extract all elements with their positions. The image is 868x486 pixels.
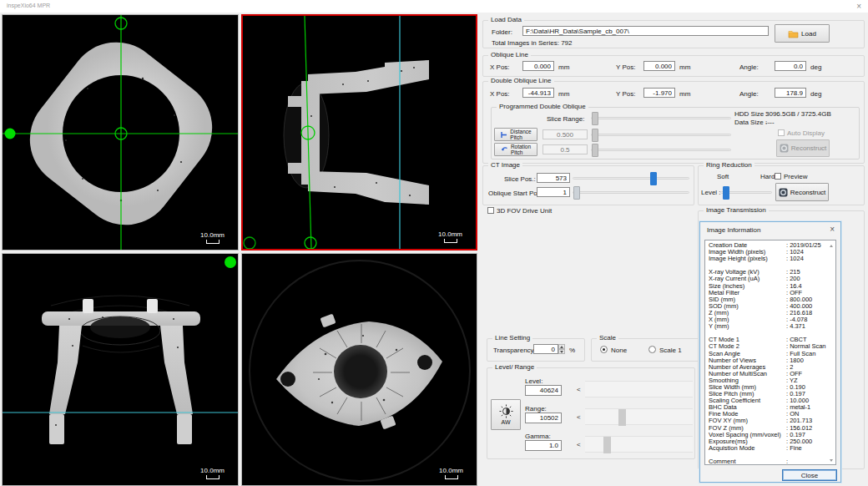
rotation-pitch-button[interactable]: Rotation Pitch — [494, 143, 537, 156]
rotation-pitch-input[interactable] — [542, 144, 588, 154]
ring-reduction-group: Ring Reduction Soft Hard Preview Level :… — [698, 165, 865, 205]
reconstruct-button[interactable]: Reconstruct — [775, 183, 829, 201]
oblique-x-input[interactable] — [522, 61, 554, 71]
specimen-center-lens — [90, 316, 150, 338]
scale-none-radio[interactable] — [600, 346, 608, 353]
scrollbar-down-icon[interactable] — [828, 457, 835, 463]
hdd-size-value: 3096.5GB / 3725.4GB — [765, 110, 831, 118]
transparency-label: Transparency : — [493, 347, 537, 354]
axial-ct-image — [3, 15, 238, 250]
auto-display-label: Auto Display — [787, 129, 825, 137]
level-slider[interactable] — [585, 381, 693, 397]
ring-level-slider-thumb[interactable] — [723, 186, 729, 200]
oblique-start-input[interactable] — [537, 187, 570, 197]
scale-none-label: None — [611, 347, 627, 354]
dialog-close-icon[interactable]: × — [830, 225, 835, 234]
oblique-y-input[interactable] — [643, 61, 675, 71]
window-titlebar: inspeXio64 MPR × — [0, 0, 868, 13]
level-input[interactable] — [525, 385, 562, 396]
distance-pitch-line1: Distance — [510, 129, 531, 134]
slice-range-slider-thumb[interactable] — [592, 112, 598, 125]
gamma-input[interactable] — [525, 440, 562, 451]
viewport-oblique-slice[interactable]: 10.0mm — [241, 253, 477, 486]
level-decrease-arrow[interactable]: < — [577, 386, 581, 393]
programmed-title: Programmed Double Oblique — [497, 103, 588, 110]
scale-indicator: 10.0mm — [438, 230, 462, 243]
dialog-close-button[interactable]: Close — [782, 469, 837, 481]
window-close-icon[interactable]: × — [856, 1, 861, 12]
auto-window-button[interactable]: AW — [491, 399, 521, 430]
distance-pitch-slider-thumb[interactable] — [592, 129, 598, 142]
rotation-pitch-slider-thumb[interactable] — [592, 144, 598, 157]
axis-green-dot[interactable] — [5, 129, 16, 139]
auto-display-checkbox[interactable] — [778, 129, 785, 136]
load-button[interactable]: Load — [775, 24, 830, 43]
gamma-slider-thumb[interactable] — [603, 437, 611, 453]
distance-pitch-slider[interactable] — [591, 134, 731, 136]
rotation-pitch-slider[interactable] — [591, 149, 731, 151]
scale-label: 10.0mm — [439, 467, 463, 474]
distance-pitch-line2: Pitch — [510, 134, 522, 140]
scale-1-label: Scale 1 — [659, 347, 682, 354]
info-row: Y (mm): 4.371 — [709, 323, 835, 330]
range-slider[interactable] — [585, 408, 693, 425]
oblique-start-slider-thumb[interactable] — [573, 186, 580, 200]
spinner-down-icon[interactable] — [558, 349, 565, 354]
rotation-pitch-line2: Pitch — [511, 149, 522, 155]
slice-pos-label: Slice Pos.: — [504, 175, 536, 183]
folder-path-input[interactable] — [522, 26, 769, 36]
specimen-post-left — [83, 299, 93, 313]
scale-bar-icon — [445, 475, 458, 479]
specimen-dark-core — [334, 345, 387, 398]
dialog-title: Image Information — [707, 226, 760, 234]
range-decrease-arrow[interactable]: < — [577, 413, 581, 421]
distance-pitch-button[interactable]: Distance Pitch — [494, 128, 537, 141]
oblique-angle-input[interactable] — [775, 61, 806, 71]
viewport-oblique-selected[interactable]: 10.0mm — [241, 14, 477, 251]
scale-1-radio[interactable] — [648, 346, 656, 353]
fov-drive-unit-checkbox[interactable] — [487, 207, 494, 214]
x-pos-label: X Pos: — [490, 90, 510, 98]
image-information-dialog: Image Information × Creation Date: 2019/… — [699, 221, 841, 483]
range-input[interactable] — [525, 413, 562, 423]
scale-title: Scale — [597, 334, 618, 342]
axis-green-dot[interactable] — [225, 256, 236, 268]
double-oblique-angle-input[interactable] — [775, 88, 806, 98]
aw-brightness-icon — [499, 404, 513, 418]
scrollbar-up-icon[interactable] — [828, 242, 835, 249]
oblique-start-slider[interactable] — [573, 191, 689, 194]
distance-pitch-input[interactable] — [542, 129, 588, 139]
double-oblique-x-input[interactable] — [522, 88, 554, 98]
transparency-input[interactable] — [533, 344, 558, 354]
range-slider-thumb[interactable] — [618, 409, 626, 426]
slice-pos-slider-thumb[interactable] — [650, 172, 657, 185]
scale-bar-icon — [444, 239, 457, 243]
ct-image-group: CT Image Slice Pos.: Oblique Start Pos.: — [482, 165, 694, 205]
specimen-post-right — [147, 299, 158, 313]
preview-checkbox[interactable] — [775, 173, 781, 180]
data-size-label: Data Size : — [734, 119, 767, 126]
oblique-slice-ct-image — [242, 254, 477, 485]
reconstruct-button-disabled[interactable]: Reconstruct — [776, 139, 830, 157]
slice-pos-slider[interactable] — [573, 177, 689, 180]
gamma-slider[interactable] — [585, 436, 693, 453]
specimen-hole-left — [280, 372, 295, 387]
deg-unit: deg — [810, 63, 821, 71]
viewport-frontal[interactable]: 10.0mm — [2, 253, 239, 486]
slice-range-slider[interactable] — [591, 117, 731, 119]
dialog-close-button-label: Close — [801, 472, 818, 479]
ring-level-slider[interactable] — [720, 191, 772, 194]
transparency-spinner[interactable] — [558, 344, 565, 354]
image-info-list: Creation Date: 2019/01/25Image Width (pi… — [704, 240, 836, 465]
viewport-axial[interactable]: 10.0mm — [2, 14, 239, 251]
gamma-decrease-arrow[interactable]: < — [577, 441, 581, 448]
info-row: Acquistion Mode: Fine — [709, 445, 835, 452]
angle-label: Angle: — [739, 63, 759, 71]
slice-pos-input[interactable] — [537, 173, 570, 183]
hard-label: Hard — [760, 173, 775, 180]
application-window: inspeXio64 MPR × 10.0mm — [0, 0, 868, 486]
load-button-label: Load — [801, 30, 816, 38]
info-row: Comment: — [709, 458, 835, 465]
double-oblique-y-input[interactable] — [643, 88, 675, 98]
load-data-group: Load Data Folder: Total Images in Series… — [482, 20, 865, 48]
